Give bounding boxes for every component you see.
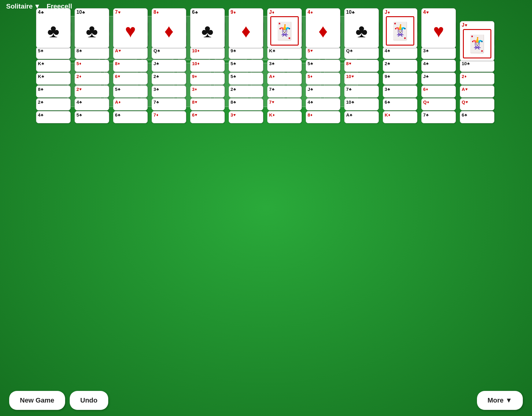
- playing-card[interactable]: 4 ♣: [383, 47, 417, 59]
- playing-card[interactable]: 3 ♣: [421, 47, 456, 59]
- game-area: 4 ♣ 2 ♣ 8 ♣ K ♣: [0, 13, 532, 114]
- playing-card[interactable]: 6 ♣: [113, 111, 148, 123]
- playing-card[interactable]: J ♥ 🃏: [460, 21, 494, 61]
- playing-card[interactable]: K ♦: [383, 111, 417, 123]
- playing-card[interactable]: 8 ♦: [306, 111, 340, 123]
- playing-card[interactable]: 2 ♦: [460, 72, 494, 85]
- playing-card[interactable]: 10 ♣: [460, 60, 494, 72]
- playing-card[interactable]: 10 ♥: [344, 72, 379, 85]
- playing-card[interactable]: 7 ♣: [152, 98, 186, 110]
- more-button[interactable]: More ▼: [477, 391, 523, 410]
- playing-card[interactable]: 8 ♦: [113, 60, 148, 72]
- playing-card[interactable]: 6 ♣: [460, 111, 494, 123]
- playing-card[interactable]: 6 ♥: [113, 72, 148, 85]
- playing-card[interactable]: 7 ♥ ♥: [113, 8, 148, 48]
- playing-card[interactable]: 4 ♦ ♦: [306, 8, 340, 48]
- playing-card[interactable]: 4 ♣: [306, 98, 340, 110]
- playing-card[interactable]: 4 ♣: [421, 60, 456, 72]
- playing-card[interactable]: 2 ♣: [229, 85, 263, 98]
- bottom-left-buttons: New Game Undo: [9, 391, 108, 410]
- playing-card[interactable]: J ♣: [306, 85, 340, 98]
- playing-card[interactable]: 10 ♣ ♣: [344, 8, 379, 48]
- playing-card[interactable]: 2 ♦: [75, 72, 109, 85]
- playing-card[interactable]: Q ♥: [460, 98, 494, 110]
- playing-card[interactable]: 5 ♣: [75, 111, 109, 123]
- playing-card[interactable]: 10 ♦: [190, 60, 225, 72]
- playing-card[interactable]: 2 ♥: [75, 85, 109, 98]
- playing-card[interactable]: 5 ♣: [229, 60, 263, 72]
- playing-card[interactable]: J ♣: [421, 72, 456, 85]
- playing-card[interactable]: 3 ♥: [229, 111, 263, 123]
- playing-card[interactable]: A ♦: [113, 98, 148, 110]
- playing-card[interactable]: K ♣: [267, 47, 302, 59]
- playing-card[interactable]: 3 ♣: [152, 85, 186, 98]
- playing-card[interactable]: 2 ♣: [383, 60, 417, 72]
- playing-card[interactable]: 3 ♦: [190, 85, 225, 98]
- playing-card[interactable]: 5 ♣: [36, 47, 71, 59]
- playing-card[interactable]: 10 ♦: [190, 47, 225, 59]
- playing-card[interactable]: 9 ♦ ♦: [229, 8, 263, 48]
- playing-card[interactable]: A ♣: [344, 111, 379, 123]
- playing-card[interactable]: 8 ♣: [75, 47, 109, 59]
- playing-card[interactable]: 8 ♦ ♦: [152, 8, 186, 48]
- playing-card[interactable]: 2 ♣: [36, 98, 71, 110]
- playing-card[interactable]: K ♣: [36, 60, 71, 72]
- solitaire-title[interactable]: Solitaire ▼: [6, 2, 41, 10]
- title-text: Solitaire: [6, 2, 33, 10]
- playing-card[interactable]: 4 ♣: [75, 98, 109, 110]
- playing-card[interactable]: 5 ♣: [229, 72, 263, 85]
- playing-card[interactable]: Q ♣: [344, 47, 379, 59]
- playing-card[interactable]: Q ♦: [421, 98, 456, 110]
- playing-card[interactable]: 10 ♣: [344, 98, 379, 110]
- playing-card[interactable]: 7 ♦: [152, 111, 186, 123]
- playing-card[interactable]: Q ♣: [152, 47, 186, 59]
- playing-card[interactable]: 6 ♣: [383, 98, 417, 110]
- playing-card[interactable]: 8 ♣: [229, 98, 263, 110]
- playing-card[interactable]: A ♥: [113, 47, 148, 59]
- playing-card[interactable]: A ♦: [267, 72, 302, 85]
- playing-card[interactable]: 5 ♣: [306, 60, 340, 72]
- playing-card[interactable]: 3 ♣: [383, 85, 417, 98]
- playing-card[interactable]: J ♣: [152, 60, 186, 72]
- playing-card[interactable]: 5 ♦: [75, 60, 109, 72]
- playing-card[interactable]: 3 ♣: [267, 60, 302, 72]
- bottom-bar: New Game Undo More ▼: [0, 391, 532, 410]
- playing-card[interactable]: 4 ♣ ♣: [36, 8, 71, 48]
- playing-card[interactable]: 5 ♥: [306, 47, 340, 59]
- playing-card[interactable]: 8 ♥: [190, 98, 225, 110]
- playing-card[interactable]: 6 ♦: [421, 85, 456, 98]
- playing-card[interactable]: 5 ♦: [306, 72, 340, 85]
- new-game-button[interactable]: New Game: [9, 391, 65, 410]
- playing-card[interactable]: 7 ♥: [267, 98, 302, 110]
- playing-card[interactable]: 10 ♣ ♣: [75, 8, 109, 48]
- playing-card[interactable]: 2 ♣: [152, 72, 186, 85]
- playing-card[interactable]: J ♦ 🃏: [383, 8, 417, 48]
- playing-card[interactable]: 9 ♣: [229, 47, 263, 59]
- playing-card[interactable]: 4 ♥ ♥: [421, 8, 456, 48]
- playing-card[interactable]: 9 ♣: [383, 72, 417, 85]
- playing-card[interactable]: 5 ♣: [113, 85, 148, 98]
- playing-card[interactable]: 7 ♣: [421, 111, 456, 123]
- playing-card[interactable]: A ♥: [460, 85, 494, 98]
- playing-card[interactable]: 7 ♣: [267, 85, 302, 98]
- playing-card[interactable]: 9 ♦: [190, 72, 225, 85]
- playing-card[interactable]: 7 ♣: [344, 85, 379, 98]
- playing-card[interactable]: J ♦ 🃏: [267, 8, 302, 48]
- playing-card[interactable]: 8 ♣: [36, 85, 71, 98]
- playing-card[interactable]: 6 ♣ ♣: [190, 8, 225, 48]
- undo-button[interactable]: Undo: [70, 391, 108, 410]
- playing-card[interactable]: 8 ♥: [344, 60, 379, 72]
- playing-card[interactable]: 4 ♣: [36, 111, 71, 123]
- playing-card[interactable]: 6 ♥: [190, 111, 225, 123]
- playing-card[interactable]: K ♣: [36, 72, 71, 85]
- playing-card[interactable]: K ♦: [267, 111, 302, 123]
- columns-area: 4 ♣ 2 ♣ 8 ♣ K ♣: [6, 110, 526, 111]
